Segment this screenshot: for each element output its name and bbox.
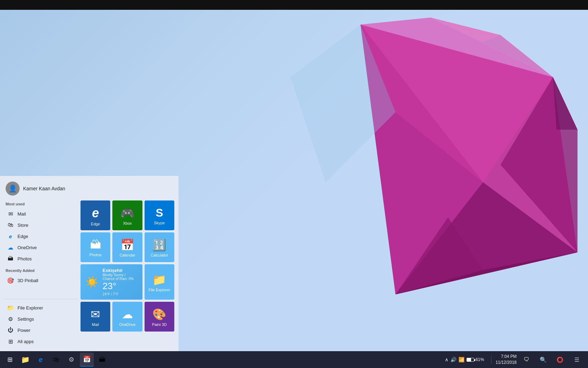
tile-file-explorer-icon: 📁 [152, 273, 166, 286]
app-mail-label: Mail [18, 211, 26, 217]
onedrive-icon: ☁ [7, 244, 14, 251]
app-mail[interactable]: ✉ Mail [4, 208, 78, 219]
tile-onedrive[interactable]: ☁ OneDrive [112, 302, 142, 332]
tile-photos-icon: 🏔 [90, 238, 101, 251]
tile-calculator-icon: 🔢 [152, 238, 166, 252]
tile-onedrive-label: OneDrive [119, 322, 135, 327]
weather-temp: 23° [103, 281, 138, 292]
app-store-label: Store [18, 223, 28, 228]
app-photos[interactable]: 🏔 Photos [4, 253, 78, 264]
tile-mail-icon: ✉ [91, 308, 100, 321]
tile-calendar-icon: 📅 [120, 238, 134, 252]
app-store[interactable]: 🛍 Store [4, 219, 78, 231]
tile-onedrive-icon: ☁ [122, 308, 133, 321]
taskbar: ⊞ 📁 e 🛍 ⚙ 📅 🏔 ∧ 🔊 📶 61% 7:04 PM 11/12/20… [0, 351, 588, 368]
search-button[interactable]: 🔍 [536, 353, 550, 367]
tile-calendar-label: Calendar [120, 253, 135, 257]
settings-icon: ⚙ [7, 315, 14, 322]
weather-hilo: 24°F / 7°F [103, 292, 138, 296]
chevron-icon[interactable]: ∧ [445, 357, 448, 362]
taskbar-calendar[interactable]: 📅 [80, 353, 94, 367]
battery-indicator[interactable]: 61% [467, 357, 484, 362]
app-3dpinball-label: 3D Pinball [18, 278, 38, 283]
volume-icon[interactable]: 🔊 [450, 357, 456, 362]
most-used-label: Most used [6, 202, 78, 206]
tile-calculator-label: Calculator [151, 253, 168, 257]
recently-added-label: Recently Added [6, 268, 78, 273]
taskbar-store[interactable]: 🛍 [49, 353, 63, 367]
tile-calendar[interactable]: 📅 Calendar [112, 232, 142, 262]
notification-area: ∧ 🔊 📶 61% [445, 357, 484, 362]
tile-paint3d[interactable]: 🎨 Paint 3D [145, 302, 174, 332]
weather-icon: ☀️ [85, 276, 98, 288]
tile-photos-label: Photos [90, 253, 102, 257]
tile-file-explorer[interactable]: 📁 File Explorer [145, 264, 174, 300]
menu-button[interactable]: ☰ [570, 353, 584, 367]
tile-xbox-icon: 🎮 [120, 206, 134, 220]
taskbar-right: ∧ 🔊 📶 61% 7:04 PM 11/12/2018 🗨 🔍 ⭕ ☰ [441, 353, 588, 367]
store-icon: 🛍 [7, 222, 14, 229]
svg-marker-12 [553, 77, 578, 130]
avatar: 👤 [6, 182, 20, 196]
tile-skype[interactable]: S Skype [145, 200, 174, 230]
weather-info: Eskişehir Mostly Sunny / Chance of Rain:… [103, 268, 138, 296]
file-explorer-label: File Explorer [18, 305, 43, 311]
app-all-apps[interactable]: ⊞ All apps [4, 336, 78, 347]
start-menu-bottom: 📁 File Explorer ⚙ Settings ⏻ Power ⊞ All… [4, 299, 78, 347]
user-profile[interactable]: 👤 Kamer Kaan Avdan [4, 182, 174, 196]
taskbar-clock[interactable]: 7:04 PM 11/12/2018 [496, 354, 517, 366]
desktop-art [290, 7, 588, 305]
all-apps-icon: ⊞ [7, 338, 14, 345]
tile-paint3d-label: Paint 3D [152, 322, 167, 327]
tile-paint3d-icon: 🎨 [152, 308, 166, 321]
wifi-icon[interactable]: 📶 [458, 357, 464, 362]
app-photos-label: Photos [18, 256, 31, 261]
tile-file-explorer-label: File Explorer [148, 288, 170, 292]
tile-mail-label: Mail [92, 322, 99, 327]
app-edge[interactable]: e Edge [4, 231, 78, 242]
taskbar-photos[interactable]: 🏔 [95, 353, 109, 367]
start-menu-left: Most used ✉ Mail 🛍 Store e Edge ☁ OneDri… [4, 200, 78, 347]
taskbar-file-explorer[interactable]: 📁 [18, 353, 32, 367]
battery-fill [467, 358, 471, 361]
taskbar-edge[interactable]: e [34, 353, 48, 367]
action-center[interactable]: 🗨 [519, 353, 533, 367]
clock-date: 11/12/2018 [496, 360, 517, 366]
taskbar-settings[interactable]: ⚙ [64, 353, 78, 367]
user-name: Kamer Kaan Avdan [23, 186, 65, 191]
tile-calculator[interactable]: 🔢 Calculator [145, 232, 174, 262]
app-file-explorer[interactable]: 📁 File Explorer [4, 302, 78, 313]
all-apps-label: All apps [18, 339, 34, 344]
battery-bar [467, 358, 474, 362]
tile-photos[interactable]: 🏔 Photos [80, 232, 110, 262]
tile-skype-icon: S [156, 206, 163, 219]
app-power[interactable]: ⏻ Power [4, 325, 78, 336]
app-onedrive[interactable]: ☁ OneDrive [4, 242, 78, 253]
clock-time: 7:04 PM [496, 354, 517, 360]
edge-icon: e [7, 233, 14, 240]
app-settings[interactable]: ⚙ Settings [4, 313, 78, 325]
taskbar-left: ⊞ 📁 e 🛍 ⚙ 📅 🏔 [0, 353, 112, 367]
top-bar [0, 0, 588, 10]
taskbar-divider [491, 355, 491, 364]
tile-skype-label: Skype [154, 221, 165, 225]
settings-label: Settings [18, 316, 34, 322]
app-edge-label: Edge [18, 234, 28, 239]
tile-xbox[interactable]: 🎮 Xbox [112, 200, 142, 230]
tile-weather[interactable]: ☀️ Eskişehir Mostly Sunny / Chance of Ra… [80, 264, 142, 300]
app-onedrive-label: OneDrive [18, 245, 37, 250]
start-menu: 👤 Kamer Kaan Avdan Most used ✉ Mail 🛍 St… [0, 176, 178, 351]
tile-edge-label: Edge [91, 222, 100, 226]
file-explorer-icon: 📁 [7, 304, 14, 311]
pinball-icon: 🎯 [7, 277, 14, 284]
cortana-button[interactable]: ⭕ [553, 353, 567, 367]
battery-pct: 61% [476, 357, 484, 362]
app-3dpinball[interactable]: 🎯 3D Pinball [4, 275, 78, 286]
start-button[interactable]: ⊞ [3, 353, 17, 367]
tile-edge[interactable]: e Edge [80, 200, 110, 230]
weather-city: Eskişehir [103, 268, 138, 273]
tile-mail[interactable]: ✉ Mail [80, 302, 110, 332]
mail-icon: ✉ [7, 210, 14, 217]
tile-xbox-label: Xbox [123, 221, 132, 225]
start-menu-tiles: e Edge 🎮 Xbox S Skype 🏔 Photos 📅 Calenda… [80, 200, 174, 347]
